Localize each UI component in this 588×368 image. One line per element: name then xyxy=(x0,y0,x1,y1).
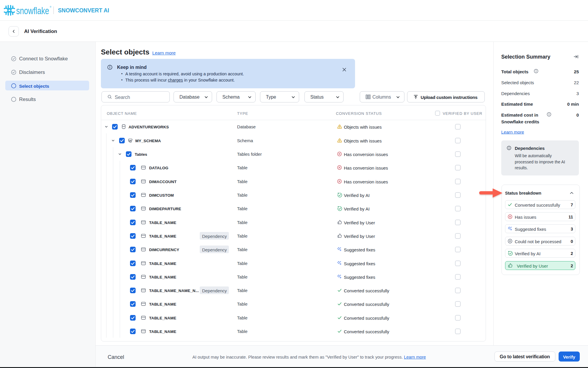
svg-text:SNOWCONVERT AI: SNOWCONVERT AI xyxy=(58,7,109,14)
svg-text:snowflake: snowflake xyxy=(16,5,49,16)
svg-text:®: ® xyxy=(50,6,51,8)
